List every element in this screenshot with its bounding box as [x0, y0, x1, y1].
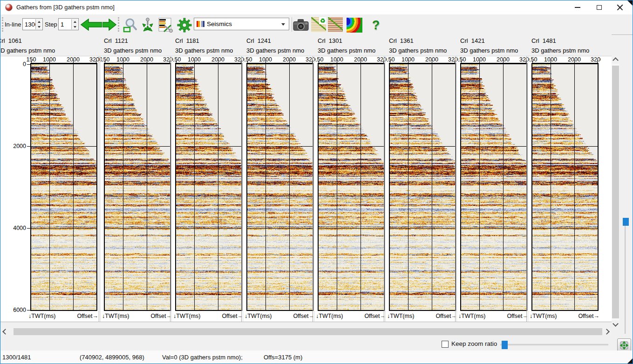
seismic-gather-canvas[interactable] — [31, 64, 96, 310]
trace-position-status: 1300/1481 — [2, 354, 31, 361]
color-table-button[interactable] — [347, 17, 362, 33]
axis-titles: ↓TWT(ms)Offset→ — [387, 313, 457, 319]
scroll-left-button[interactable] — [0, 328, 9, 336]
gather-headers-strip: Crl 10613D gathers pstm nmoCrl 11213D ga… — [0, 34, 612, 56]
toolbar: In-line 1300 Step 1 — [0, 14, 633, 35]
right-arrow-icon — [102, 19, 116, 31]
up-arrow-icon — [74, 21, 76, 23]
panel-separator — [99, 56, 101, 322]
vertical-zoom-slider-track[interactable] — [625, 226, 626, 334]
seismic-gather-canvas[interactable] — [390, 64, 455, 310]
offset-axis-title: Offset→ — [436, 313, 457, 319]
seismic-plot-frame — [104, 63, 171, 311]
panel-separator — [384, 56, 386, 322]
scroll-down-button[interactable] — [612, 320, 619, 329]
seismic-plot-frame — [246, 63, 313, 311]
offset-axis-title: Offset→ — [507, 313, 528, 319]
crossline-label: Crl 1061 — [0, 37, 22, 44]
down-arrow-icon — [38, 26, 41, 28]
inline-spin-up[interactable] — [36, 19, 42, 24]
previous-gather-button[interactable] — [81, 19, 102, 33]
seismic-plot-frame — [389, 63, 456, 311]
next-gather-button[interactable] — [102, 19, 116, 33]
window-resize-corner[interactable] — [627, 358, 633, 364]
scroll-up-button[interactable] — [612, 55, 619, 64]
twt-tick-label: 6000 — [0, 307, 26, 313]
maximize-button[interactable] — [591, 2, 607, 13]
toolbar-separator — [292, 17, 292, 32]
inline-spin-buttons[interactable] — [35, 19, 42, 29]
axis-titles: ↓TWT(ms)Offset→ — [530, 313, 599, 319]
window-title: Gathers from [3D gathers pstm nmo] — [16, 4, 115, 11]
data-selector-combobox[interactable]: Seismics — [194, 18, 289, 30]
keep-zoom-ratio-checkbox[interactable] — [442, 341, 449, 348]
crossline-label: Crl 1301 — [318, 37, 342, 44]
vertical-scrollbar[interactable] — [612, 55, 619, 329]
seismic-gather-canvas[interactable] — [532, 64, 598, 310]
inline-spin-down[interactable] — [36, 24, 42, 29]
panel-separator — [241, 56, 243, 322]
seismic-plot-frame — [318, 63, 385, 311]
gather-header: Crl 11813D gathers pstm nmo — [173, 34, 245, 56]
toolbar-grip-handle[interactable] — [118, 17, 121, 32]
left-arrow-icon — [81, 19, 102, 31]
redisplay-button[interactable]: ♻ — [311, 17, 326, 32]
step-spin-down[interactable] — [72, 24, 78, 29]
offset-axis-title: Offset→ — [364, 313, 386, 319]
gear-icon — [177, 17, 192, 33]
gather-header: Crl 13013D gathers pstm nmo — [316, 34, 387, 56]
step-spin-up[interactable] — [72, 19, 78, 24]
seismic-colorbar-icon — [197, 21, 204, 27]
title-bar: Gathers from [3D gathers pstm nmo] — [0, 0, 633, 15]
seismic-gather-canvas[interactable] — [176, 64, 241, 310]
app-icon — [5, 4, 13, 11]
offset-tick-label: 150 — [458, 56, 466, 63]
zoom-level-button[interactable] — [123, 17, 138, 33]
step-spin-buttons[interactable] — [71, 19, 78, 29]
display-gather-button[interactable] — [328, 17, 343, 32]
seismic-gather-canvas[interactable] — [461, 64, 526, 310]
twt-axis-title: ↓TWT(ms) — [102, 313, 129, 319]
gather-header: Crl 14213D gathers pstm nmo — [458, 34, 530, 56]
fit-view-button[interactable] — [617, 338, 631, 352]
panel-separator — [526, 56, 528, 322]
close-button[interactable] — [612, 2, 628, 13]
axis-titles: ↓TWT(ms)Offset→ — [316, 313, 386, 319]
step-spinbox[interactable]: 1 — [58, 18, 79, 30]
seismic-gather-canvas[interactable] — [319, 64, 384, 310]
seismic-gather-canvas[interactable] — [247, 64, 313, 310]
horizontal-zoom-slider-handle[interactable] — [502, 341, 508, 349]
twt-axis-title: ↓TWT(ms) — [173, 313, 200, 319]
twt-tick-mark — [27, 146, 30, 147]
snapshot-button[interactable] — [293, 17, 309, 33]
settings-button[interactable] — [177, 17, 192, 33]
scroll-right-button[interactable] — [603, 328, 612, 336]
crossline-label: Crl 1421 — [460, 37, 485, 44]
gather-panel: 150100020003200↓TWT(ms)Offset→ — [173, 56, 245, 322]
reposition-button[interactable] — [140, 17, 156, 33]
application-window: Gathers from [3D gathers pstm nmo] In-li… — [0, 0, 633, 364]
zoom-controls-row: Keep zoom ratio — [0, 336, 633, 351]
minimize-button[interactable] — [570, 2, 585, 13]
gather-header: Crl 14813D gathers pstm nmo — [530, 34, 601, 56]
display-properties-button[interactable] — [157, 17, 173, 33]
vertical-scrollbar-thumb[interactable] — [612, 66, 619, 318]
axis-titles: ↓TWT(ms)Offset→ — [102, 313, 172, 319]
seismic-plot-frame — [30, 63, 97, 311]
horizontal-scrollbar-thumb[interactable] — [14, 328, 602, 335]
horizontal-scrollbar[interactable] — [0, 328, 612, 336]
vertical-zoom-slider-handle[interactable] — [623, 218, 629, 226]
inline-label: In-line — [5, 21, 21, 28]
offset-axis-title: Offset→ — [77, 313, 98, 319]
axis-titles: ↓TWT(ms)Offset→ — [173, 313, 243, 319]
twt-axis-title: ↓TWT(ms) — [245, 313, 272, 319]
down-arrow-icon — [74, 26, 76, 28]
help-button[interactable]: ? — [368, 17, 384, 33]
inline-spinbox[interactable]: 1300 — [22, 18, 43, 30]
gather-panel: 150100020003200↓TWT(ms)Offset→ — [316, 56, 387, 322]
seismic-gather-canvas[interactable] — [105, 64, 170, 310]
horizontal-zoom-slider-track[interactable] — [500, 344, 608, 346]
window-corner-decoration — [627, 0, 633, 6]
status-bar: 1300/1481 (740902, 4899005, 968) Val=0 (… — [0, 351, 633, 364]
twt-axis-title: ↓TWT(ms) — [530, 313, 557, 319]
